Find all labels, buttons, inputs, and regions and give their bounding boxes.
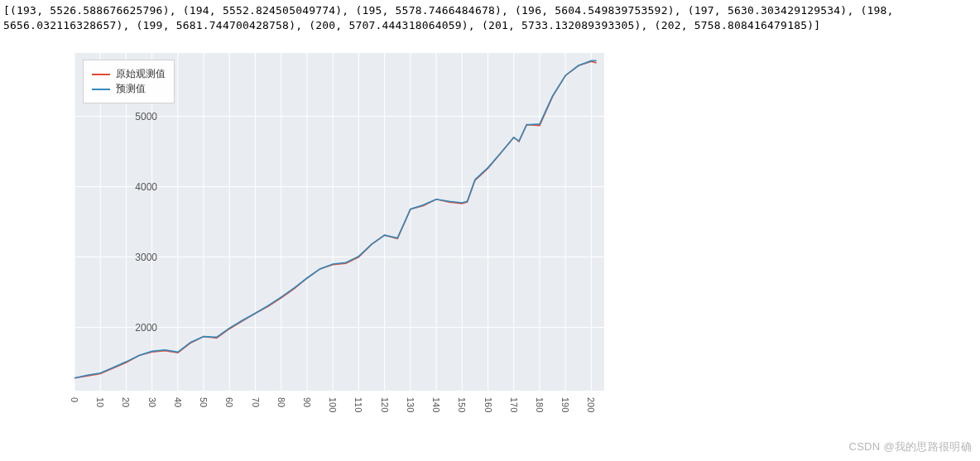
x-tick-label: 130 (406, 397, 416, 412)
x-tick-label: 70 (251, 397, 261, 407)
x-tick-label: 40 (173, 397, 183, 407)
chart-legend: 原始观测值 预测值 (83, 60, 175, 103)
x-tick-label: 80 (276, 397, 286, 407)
x-tick-label: 200 (586, 397, 596, 412)
x-tick-label: 110 (353, 397, 363, 412)
x-tick-label: 120 (380, 397, 390, 412)
y-tick-label: 3000 (116, 252, 157, 263)
x-tick-label: 100 (328, 397, 338, 412)
plot-area (74, 53, 604, 391)
legend-label-observed: 原始观测值 (116, 67, 166, 81)
legend-entry-observed: 原始观测值 (92, 67, 166, 81)
x-tick-label: 10 (95, 397, 105, 407)
legend-swatch-observed (92, 74, 110, 75)
y-tick-label: 4000 (116, 181, 157, 193)
time-series-chart: 2000300040005000 01020304050607080901001… (15, 38, 636, 444)
x-tick-label: 150 (457, 397, 467, 412)
legend-label-predicted: 预测值 (116, 82, 146, 96)
x-tick-label: 0 (70, 397, 79, 402)
x-tick-label: 140 (431, 397, 441, 412)
console-output: [(193, 5526.588676625796), (194, 5552.82… (0, 0, 980, 34)
x-tick-label: 180 (535, 397, 545, 412)
x-tick-label: 90 (302, 397, 312, 407)
x-tick-label: 30 (147, 397, 157, 407)
x-tick-label: 160 (483, 397, 493, 412)
x-tick-label: 20 (121, 397, 131, 407)
x-tick-label: 60 (224, 397, 234, 407)
y-tick-label: 5000 (116, 111, 157, 122)
x-tick-label: 190 (560, 397, 570, 412)
x-tick-label: 50 (199, 397, 209, 407)
x-tick-label: 170 (509, 397, 519, 412)
legend-entry-predicted: 预测值 (92, 82, 166, 96)
watermark: CSDN @我的思路很明确 (848, 439, 972, 454)
legend-swatch-predicted (92, 89, 110, 90)
series-svg (74, 53, 604, 391)
y-tick-label: 2000 (116, 322, 157, 334)
